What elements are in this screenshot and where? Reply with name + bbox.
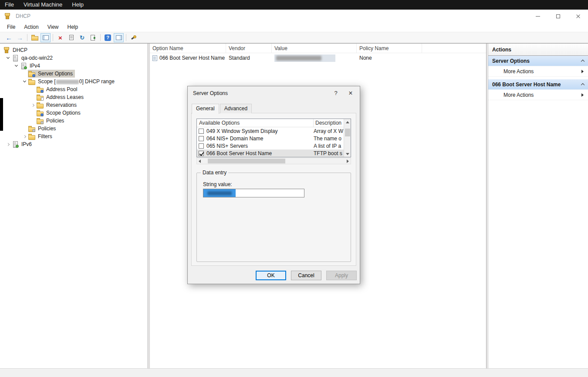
tree-item-qa-odc-win22[interactable]: qa-odc-win22 — [0, 54, 148, 62]
column-description[interactable]: Description — [314, 119, 344, 127]
more-actions-server-options[interactable]: More Actions — [488, 66, 588, 77]
option-row-064[interactable]: 064 NIS+ Domain Name The name o — [197, 135, 344, 142]
up-one-level-button[interactable] — [30, 33, 40, 42]
column-header-option-name[interactable]: Option Name — [150, 44, 226, 53]
option-description: The name o — [314, 136, 344, 142]
column-header-policy-name[interactable]: Policy Name — [357, 44, 422, 53]
delete-button[interactable]: × — [55, 33, 65, 42]
option-name: 065 NIS+ Servers — [206, 143, 314, 149]
actions-section-server-options[interactable]: Server Options — [488, 56, 588, 66]
forward-button[interactable]: → — [15, 33, 25, 42]
tree-item-label: Scope [0] DHCP range — [37, 78, 115, 85]
scrollbar-track[interactable] — [203, 159, 345, 163]
export-list-button[interactable] — [88, 33, 98, 42]
tree-item-address-leases[interactable]: Address Leases — [0, 93, 148, 101]
export-list-icon — [91, 35, 96, 40]
scroll-left-icon[interactable] — [199, 160, 201, 163]
tree-item-ipv6[interactable]: IPv6 — [0, 140, 148, 148]
more-actions-label: More Actions — [504, 68, 534, 75]
tree-item-reservations[interactable]: Reservations — [0, 101, 148, 109]
back-icon: ← — [6, 34, 12, 41]
option-row-065[interactable]: 065 NIS+ Servers A list of IP a — [197, 142, 344, 149]
chevron-collapsed-icon[interactable] — [29, 104, 36, 106]
tree-item-ipv4[interactable]: IPv4 — [0, 62, 148, 70]
tab-general[interactable]: General — [192, 104, 219, 114]
scrollbar-thumb[interactable] — [345, 129, 350, 136]
column-available-options[interactable]: Available Options — [197, 119, 314, 127]
chevron-expanded-icon[interactable] — [13, 65, 20, 66]
collapse-section-icon[interactable] — [581, 83, 585, 87]
cell-option-name: 066 Boot Server Host Name — [150, 55, 226, 61]
refresh-button[interactable]: ↻ — [77, 33, 87, 42]
tree-item-server-options[interactable]: Server Options — [0, 70, 148, 78]
show-hide-console-tree-button[interactable] — [41, 33, 51, 42]
back-button[interactable]: ← — [4, 33, 14, 42]
redacted-string-value — [207, 191, 232, 195]
chevron-expanded-icon[interactable] — [4, 58, 11, 58]
address-leases-icon — [37, 94, 44, 101]
menu-action[interactable]: Action — [20, 23, 43, 32]
chevron-collapsed-icon[interactable] — [21, 136, 28, 138]
tree-item-label: IPv6 — [20, 141, 33, 147]
option-row-049[interactable]: 049 X Window System Display Array of X W — [197, 127, 344, 135]
close-icon — [576, 14, 581, 19]
column-header-value[interactable]: Value — [272, 44, 357, 53]
up-one-level-icon — [31, 35, 38, 40]
dialog-help-button[interactable]: ? — [328, 86, 343, 100]
menu-view[interactable]: View — [43, 23, 63, 32]
vm-menu-help[interactable]: Help — [67, 0, 88, 10]
tree-item-address-pool[interactable]: Address Pool — [0, 85, 148, 93]
minimize-button[interactable] — [528, 10, 548, 23]
option-row-066[interactable]: 066 Boot Server Host Name TFTP boot s — [197, 149, 344, 157]
column-header-vendor[interactable]: Vendor — [226, 44, 272, 53]
scrollbar-thumb[interactable] — [208, 159, 285, 163]
status-bar — [0, 368, 588, 377]
option-list-row[interactable]: 066 Boot Server Host Name Standard None — [150, 53, 486, 63]
collapse-section-icon[interactable] — [581, 60, 585, 63]
cell-value — [272, 54, 357, 62]
minimize-icon — [536, 16, 540, 17]
delete-icon: × — [58, 34, 62, 41]
apply-button[interactable]: Apply — [326, 271, 357, 280]
help-button[interactable]: ? — [103, 33, 113, 42]
ok-button[interactable]: OK — [256, 271, 286, 280]
more-actions-066-boot-server[interactable]: More Actions — [488, 90, 588, 100]
tree-item-dhcp[interactable]: DHCP — [0, 46, 148, 54]
properties-button[interactable] — [66, 33, 76, 42]
ipv6-icon — [12, 141, 19, 148]
maximize-button[interactable] — [548, 10, 568, 23]
show-hide-action-pane-button[interactable] — [114, 33, 124, 42]
dialog-close-button[interactable]: × — [343, 86, 358, 100]
scroll-down-button[interactable] — [344, 151, 351, 157]
tree-item-policies[interactable]: Policies — [0, 125, 148, 132]
cell-policy-name: None — [357, 55, 422, 61]
vertical-scrollbar[interactable] — [344, 119, 351, 157]
menu-help[interactable]: Help — [63, 23, 83, 32]
scroll-up-button[interactable] — [344, 119, 351, 125]
configure-options-button[interactable] — [128, 33, 139, 42]
checkbox-checked-icon[interactable] — [199, 151, 204, 156]
data-entry-group-label: Data entry — [201, 170, 228, 176]
tree-item-scope[interactable]: Scope [0] DHCP range — [0, 78, 148, 85]
scroll-down-icon — [346, 153, 349, 155]
vm-menu-virtual-machine[interactable]: Virtual Machine — [19, 0, 67, 10]
properties-icon — [69, 35, 74, 40]
checkbox-unchecked-icon[interactable] — [199, 129, 204, 134]
scroll-right-icon[interactable] — [347, 160, 349, 163]
cancel-button[interactable]: Cancel — [291, 271, 321, 280]
string-value-input[interactable] — [203, 189, 304, 197]
checkbox-unchecked-icon[interactable] — [199, 143, 204, 149]
tree-item-scope-options[interactable]: Scope Options — [0, 109, 148, 117]
tree-item-scope-policies[interactable]: Policies — [0, 117, 148, 125]
tab-advanced[interactable]: Advanced — [220, 104, 252, 113]
chevron-expanded-icon[interactable] — [21, 81, 28, 82]
actions-section-066-boot-server[interactable]: 066 Boot Server Host Name — [488, 79, 588, 90]
tree-item-filters[interactable]: Filters — [0, 132, 148, 140]
close-button[interactable] — [568, 10, 588, 23]
horizontal-scrollbar[interactable] — [196, 158, 351, 164]
vm-menu-file[interactable]: File — [0, 0, 19, 10]
chevron-collapsed-icon[interactable] — [4, 143, 11, 146]
tree-item-label: Address Pool — [45, 86, 78, 92]
menu-file[interactable]: File — [3, 23, 20, 32]
checkbox-unchecked-icon[interactable] — [199, 136, 204, 141]
